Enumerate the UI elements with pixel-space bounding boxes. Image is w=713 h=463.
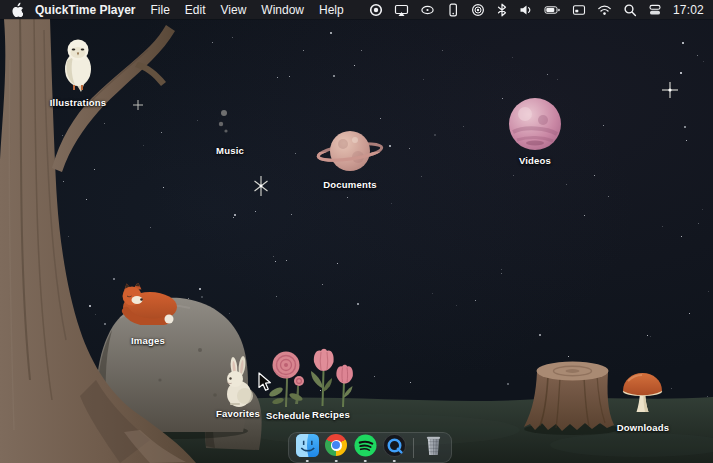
tree-stump [524,372,614,431]
dock-spotify[interactable] [353,433,377,462]
battery-icon[interactable] [544,0,561,19]
quicktime-icon [383,434,406,457]
dock-trash[interactable] [421,433,445,462]
desktop-item-favorites[interactable]: Favorites [219,356,257,419]
sparkle-icon [252,176,270,196]
rabbit-icon [219,356,257,407]
dock-quicktime[interactable] [382,433,406,462]
desktop-item-recipes[interactable]: Recipes [303,348,359,420]
iphone-icon[interactable] [446,0,460,19]
menu-window[interactable]: Window [261,3,304,17]
mouse-icon[interactable] [420,0,435,19]
ringed-planet-icon [315,126,385,178]
item-label: Images [131,335,165,346]
screen-record-icon[interactable] [369,0,383,19]
desktop-item-images[interactable]: Images [116,283,180,346]
menu-file[interactable]: File [151,3,170,17]
dock-finder[interactable] [295,433,319,462]
crescent-moon-icon [210,100,250,140]
dock [288,432,452,463]
spotify-icon [354,434,377,457]
control-center-icon[interactable] [648,0,662,19]
mouse-cursor [258,372,272,392]
bluetooth-icon[interactable] [496,0,508,19]
chrome-icon [325,434,347,456]
item-label: Downloads [617,422,669,433]
wifi-icon[interactable] [597,0,612,19]
tulips-icon [303,348,359,408]
input-source-icon[interactable] [572,0,586,19]
desktop-item-documents[interactable]: Documents [315,126,385,190]
menu-bar-clock[interactable]: 17:02 [673,3,704,17]
menu-edit[interactable]: Edit [185,3,206,17]
item-label: Music [216,145,244,156]
mushroom-icon [620,372,666,414]
dock-separator [413,438,414,458]
running-indicator [393,460,396,463]
active-app-name[interactable]: QuickTime Player [35,3,136,17]
running-indicator [306,460,309,463]
sleeping-fox-icon [117,283,179,325]
sparkle-icon [662,82,678,98]
volume-icon[interactable] [519,0,533,19]
desktop-item-downloads[interactable]: Downloads [620,372,666,433]
search-icon[interactable] [623,0,637,19]
dock-chrome[interactable] [324,433,348,462]
running-indicator [364,460,367,463]
owl-icon [55,36,101,94]
menu-help[interactable]: Help [319,3,344,17]
desktop-item-videos[interactable]: Videos [505,96,565,166]
desktop-item-illustrations[interactable]: Illustrations [48,36,108,108]
item-label: Favorites [216,408,260,419]
webcam-icon[interactable] [471,0,485,19]
menu-view[interactable]: View [221,3,247,17]
item-label: Recipes [312,409,350,420]
desktop-item-music[interactable]: Music [204,100,256,156]
item-label: Documents [323,179,377,190]
pink-planet-icon [507,96,563,152]
finder-icon [296,434,319,457]
trash-icon [422,434,445,457]
sparkle-icon [133,100,143,110]
desktop: QuickTime Player File Edit View Window H… [0,0,713,463]
running-indicator [335,460,338,463]
apple-logo-icon[interactable] [10,0,23,19]
menu-bar: QuickTime Player File Edit View Window H… [0,0,713,19]
item-label: Illustrations [50,97,106,108]
screen-mirroring-icon[interactable] [394,0,409,19]
item-label: Videos [519,155,551,166]
